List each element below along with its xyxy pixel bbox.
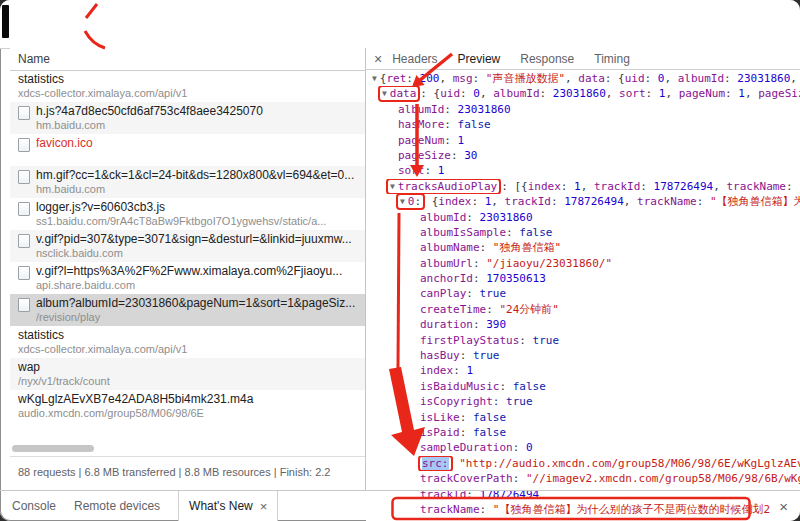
json-line[interactable]: ▼0: {index: 1, trackId: 178726494, track… — [366, 194, 800, 209]
json-token: 1 — [574, 180, 581, 193]
json-line[interactable]: albumUrl: "/jiaoyu/23031860/" — [366, 256, 800, 271]
request-row[interactable]: logger.js?v=60603cb3.jsss1.baidu.com/9rA… — [10, 198, 365, 230]
request-row[interactable]: statisticsxdcs-collector.ximalaya.com/ap… — [10, 70, 365, 102]
json-line[interactable]: hasMore: false — [366, 117, 800, 132]
json-token: , — [606, 87, 619, 100]
request-row[interactable]: wap/nyx/v1/track/count — [10, 358, 365, 390]
json-line[interactable]: sampleDuration: 0 — [366, 440, 800, 455]
request-row[interactable]: wKgLglzAEvXB7e42ADA8H5bi4mk231.m4aaudio.… — [10, 390, 365, 422]
json-token: index — [420, 364, 453, 377]
request-row[interactable]: hm.gif?cc=1&ck=1&cl=24-bit&ds=1280x800&v… — [10, 166, 365, 198]
json-token: 23031860 — [480, 211, 533, 224]
json-token: firstPlayStatus — [420, 334, 519, 347]
document-icon — [18, 234, 30, 248]
tab-response[interactable]: Response — [520, 52, 574, 66]
json-token: false — [519, 226, 552, 239]
json-line[interactable]: albumName: "独角兽信箱" — [366, 240, 800, 255]
json-token — [425, 195, 432, 208]
request-row[interactable]: h.js?4a7d8ec50cfd6af753c4f8aee3425070hm.… — [10, 102, 365, 134]
json-line[interactable]: isPaid: false — [366, 425, 800, 440]
json-token: : — [460, 411, 473, 424]
close-detail-icon[interactable]: × — [374, 51, 382, 67]
json-token: albumName — [420, 241, 480, 254]
request-row[interactable]: statisticsxdcs-collector.ximalaya.com/ap… — [10, 326, 365, 358]
json-line[interactable]: isCopyright: true — [366, 394, 800, 409]
tab-timing[interactable]: Timing — [594, 52, 630, 66]
json-line[interactable]: albumId: 23031860 — [366, 210, 800, 225]
json-token: : — [420, 87, 433, 100]
request-domain: api.share.baidu.com — [36, 279, 361, 292]
json-line[interactable]: ▼{ret: 200, msg: "声音播放数据", data: {uid: 0… — [366, 71, 800, 86]
json-line[interactable]: firstPlayStatus: true — [366, 333, 800, 348]
request-domain: /revision/play — [36, 311, 361, 324]
json-line[interactable]: ▼data: {uid: 0, albumId: 23031860, sort:… — [366, 86, 800, 101]
json-token: ▼ — [400, 197, 405, 206]
tab-headers[interactable]: Headers — [392, 52, 437, 66]
annotation-red-box: ▼data — [378, 86, 420, 101]
json-line[interactable]: ▼tracksAudioPlay: [{index: 1, trackId: 1… — [366, 179, 800, 194]
drawer-tab-whats-new[interactable]: What's New × — [178, 491, 278, 521]
screenshot-crop-artifact — [2, 5, 9, 38]
preview-json-tree: ▼{ret: 200, msg: "声音播放数据", data: {uid: 0… — [366, 70, 800, 521]
request-row[interactable]: v.gif?l=https%3A%2F%2Fwww.ximalaya.com%2… — [10, 262, 365, 294]
json-token: , — [665, 87, 678, 100]
json-token: , — [581, 180, 594, 193]
json-token: "【独角兽信箱】为什 — [710, 195, 800, 208]
horizontal-scrollbar-thumb[interactable] — [12, 445, 94, 452]
drawer-tab-remote-devices[interactable]: Remote devices — [74, 499, 160, 513]
json-token: , — [745, 87, 758, 100]
tab-preview[interactable]: Preview — [458, 52, 501, 66]
document-icon — [18, 202, 30, 216]
json-token: : — [486, 303, 499, 316]
json-line[interactable]: pageNum: 1 — [366, 133, 800, 148]
json-token: pageSize — [398, 149, 451, 162]
json-token: : — [453, 364, 466, 377]
json-line[interactable]: index: 1 — [366, 363, 800, 378]
json-line[interactable]: isBaiduMusic: false — [366, 379, 800, 394]
json-token: : — [460, 426, 473, 439]
json-token: : — [561, 180, 574, 193]
json-line[interactable]: albumIsSample: false — [366, 225, 800, 240]
json-token: pageNum — [679, 87, 725, 100]
json-token: "声音播放数据" — [486, 72, 565, 85]
json-token: , — [439, 72, 452, 85]
json-token: false — [473, 426, 506, 439]
json-line[interactable]: pageSize: 30 — [366, 148, 800, 163]
request-name: wKgLglzAEvXB7e42ADA8H5bi4mk231.m4a — [18, 392, 361, 407]
network-name-column-header[interactable]: Name — [10, 48, 365, 71]
json-line[interactable]: createTime: "24分钟前" — [366, 302, 800, 317]
request-name: album?albumId=23031860&pageNum=1&sort=1&… — [36, 296, 361, 311]
json-token: : — [471, 195, 484, 208]
json-line[interactable]: anchorId: 170350613 — [366, 271, 800, 286]
request-domain: xdcs-collector.ximalaya.com/api/v1 — [18, 87, 361, 100]
json-line[interactable]: duration: 390 — [366, 317, 800, 332]
json-line[interactable]: sort: 1 — [366, 163, 800, 178]
json-line[interactable]: albumId: 23031860 — [366, 102, 800, 117]
json-token: ▼ — [390, 182, 395, 191]
json-line[interactable]: canPlay: true — [366, 286, 800, 301]
drawer-tab-console[interactable]: Console — [12, 499, 56, 513]
json-token: , — [480, 87, 493, 100]
json-token: , — [491, 195, 504, 208]
request-row[interactable]: album?albumId=23031860&pageNum=1&sort=1&… — [10, 294, 365, 326]
json-line[interactable]: hasBuy: true — [366, 348, 800, 363]
json-token: 0 — [473, 87, 480, 100]
document-icon — [18, 298, 30, 312]
json-line[interactable]: isLike: false — [366, 410, 800, 425]
json-token: isBaiduMusic — [420, 380, 499, 393]
json-line[interactable]: trackCoverPath: "//imagev2.xmcdn.com/gro… — [366, 471, 800, 486]
json-token: trackCoverPath — [420, 472, 513, 485]
name-header-label: Name — [18, 52, 50, 66]
request-row[interactable]: favicon.ico — [10, 134, 365, 166]
request-row[interactable]: v.gif?pid=307&type=3071&sign=&desturl=&l… — [10, 230, 365, 262]
json-token: trackId — [505, 195, 551, 208]
json-token: "独角兽信箱" — [493, 241, 561, 254]
json-token: : — [480, 241, 493, 254]
close-drawer-icon[interactable]: × — [779, 498, 788, 515]
json-token: data — [390, 87, 417, 100]
json-token: : — [460, 87, 473, 100]
json-line[interactable]: src: "http://audio.xmcdn.com/group58/M06… — [366, 456, 800, 471]
json-token: 23031860 — [458, 103, 511, 116]
close-tab-icon[interactable]: × — [260, 499, 268, 514]
json-token: 1 — [458, 134, 465, 147]
